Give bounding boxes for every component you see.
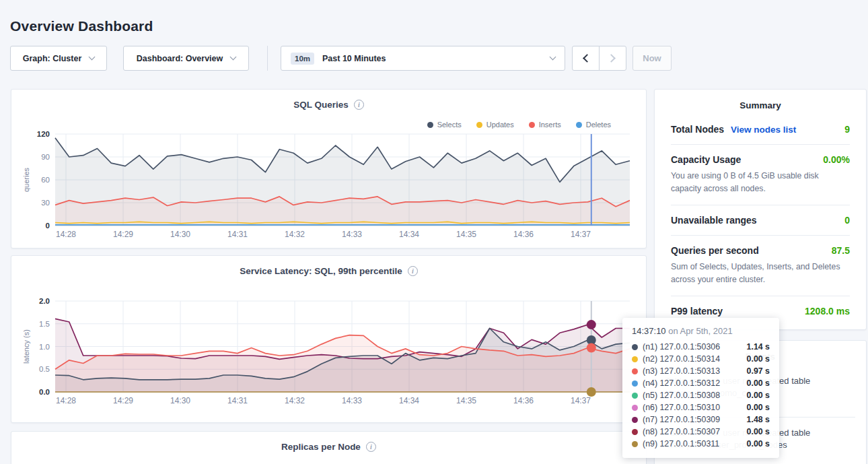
legend-dot-icon bbox=[476, 122, 482, 128]
svg-text:14:30: 14:30 bbox=[170, 230, 190, 239]
node-color-dot-icon bbox=[632, 393, 638, 399]
capacity-usage-value: 0.00% bbox=[823, 154, 850, 165]
tooltip-node-name: (n8) 127.0.0.1:50307 bbox=[643, 427, 720, 436]
tooltip-node-name: (n5) 127.0.0.1:50308 bbox=[643, 391, 720, 400]
p99-latency-value: 1208.0 ms bbox=[805, 306, 850, 317]
graph-dropdown[interactable]: Graph: Cluster bbox=[10, 46, 107, 71]
tooltip-node-value: 0.00 s bbox=[747, 427, 770, 436]
chevron-down-icon bbox=[89, 54, 96, 61]
legend-dot-icon bbox=[427, 122, 433, 128]
tooltip-node-name: (n6) 127.0.0.1:50310 bbox=[643, 403, 720, 412]
latency-chart-title: Service Latency: SQL, 99th percentile bbox=[240, 266, 402, 276]
legend-item[interactable]: Inserts bbox=[529, 121, 561, 129]
dashboard-dropdown-label: Dashboard: Overview bbox=[137, 54, 223, 63]
svg-text:0.5: 0.5 bbox=[39, 365, 50, 373]
tooltip-node-row: (n1) 127.0.0.1:503061.14 s bbox=[632, 341, 770, 353]
svg-text:latency (s): latency (s) bbox=[22, 329, 30, 364]
tooltip-node-row: (n8) 127.0.0.1:503070.00 s bbox=[632, 426, 770, 438]
svg-text:2.0: 2.0 bbox=[39, 297, 50, 305]
svg-text:60: 60 bbox=[41, 176, 50, 184]
divider bbox=[671, 205, 850, 205]
svg-text:14:36: 14:36 bbox=[513, 230, 534, 239]
capacity-usage-desc: You are using 0 B of 4.5 GiB usable disk… bbox=[671, 170, 850, 195]
view-nodes-list-link[interactable]: View nodes list bbox=[731, 125, 796, 135]
tooltip-node-row: (n9) 127.0.0.1:503110.00 s bbox=[632, 438, 770, 450]
svg-text:14:34: 14:34 bbox=[399, 396, 419, 405]
legend-item[interactable]: Updates bbox=[476, 121, 514, 129]
time-range-badge: 10m bbox=[291, 53, 314, 65]
tooltip-node-row: (n4) 127.0.0.1:503120.00 s bbox=[632, 377, 770, 389]
tooltip-node-row: (n5) 127.0.0.1:503080.00 s bbox=[632, 389, 770, 401]
time-prev-button[interactable] bbox=[572, 46, 600, 71]
divider bbox=[671, 235, 850, 236]
svg-text:14:32: 14:32 bbox=[285, 230, 305, 239]
tooltip-node-value: 0.00 s bbox=[747, 391, 770, 400]
svg-text:1.5: 1.5 bbox=[39, 320, 50, 328]
svg-text:14:33: 14:33 bbox=[342, 230, 362, 239]
svg-text:30: 30 bbox=[41, 199, 50, 207]
page-title: Overview Dashboard bbox=[10, 18, 153, 34]
svg-text:14:28: 14:28 bbox=[56, 396, 76, 405]
graph-dropdown-label: Graph: Cluster bbox=[23, 54, 82, 63]
time-range-dropdown[interactable]: 10m Past 10 Minutes bbox=[281, 46, 565, 71]
chevron-right-icon bbox=[607, 54, 616, 63]
node-color-dot-icon bbox=[632, 380, 638, 387]
tooltip-node-name: (n9) 127.0.0.1:50311 bbox=[643, 439, 719, 449]
qps-value: 87.5 bbox=[832, 245, 850, 256]
svg-text:14:28: 14:28 bbox=[56, 230, 76, 239]
tooltip-node-name: (n2) 127.0.0.1:50314 bbox=[643, 354, 720, 364]
svg-text:90: 90 bbox=[41, 153, 50, 161]
node-color-dot-icon bbox=[632, 344, 638, 350]
sql-queries-chart[interactable]: 14:2814:2914:3014:3114:3214:3314:3414:35… bbox=[11, 129, 643, 247]
chevron-down-icon bbox=[550, 54, 556, 61]
summary-panel: Summary Total Nodes View nodes list 9 Ca… bbox=[654, 89, 867, 330]
legend-label: Selects bbox=[437, 121, 462, 129]
node-color-dot-icon bbox=[632, 429, 638, 435]
svg-text:14:37: 14:37 bbox=[571, 396, 591, 405]
info-icon[interactable]: i bbox=[408, 266, 418, 276]
svg-text:14:35: 14:35 bbox=[456, 230, 476, 239]
svg-text:14:29: 14:29 bbox=[113, 396, 133, 405]
latency-chart[interactable]: 14:2814:2914:3014:3114:3214:3314:3414:35… bbox=[11, 297, 643, 413]
info-icon[interactable]: i bbox=[366, 442, 376, 452]
tooltip-timestamp: 14:37:10 on Apr 5th, 2021 bbox=[632, 326, 770, 336]
svg-text:14:37: 14:37 bbox=[571, 230, 591, 239]
svg-text:14:33: 14:33 bbox=[342, 396, 362, 405]
sql-queries-chart-title: SQL Queries bbox=[293, 100, 349, 110]
dashboard-dropdown[interactable]: Dashboard: Overview bbox=[123, 46, 249, 71]
tooltip-node-value: 0.97 s bbox=[747, 366, 770, 376]
p99-latency-label: P99 latency bbox=[671, 306, 723, 317]
node-color-dot-icon bbox=[632, 417, 638, 423]
info-icon[interactable]: i bbox=[354, 100, 364, 110]
tooltip-node-value: 1.14 s bbox=[747, 342, 770, 352]
tooltip-node-value: 0.00 s bbox=[747, 403, 770, 412]
legend-dot-icon bbox=[576, 122, 582, 128]
toolbar-divider bbox=[267, 46, 268, 71]
node-color-dot-icon bbox=[632, 368, 638, 374]
chevron-left-icon bbox=[583, 54, 591, 63]
svg-text:queries: queries bbox=[22, 167, 30, 192]
divider bbox=[671, 144, 850, 145]
tooltip-node-value: 0.00 s bbox=[747, 354, 770, 364]
legend-dot-icon bbox=[529, 122, 535, 128]
svg-text:14:29: 14:29 bbox=[113, 230, 133, 239]
tooltip-node-row: (n7) 127.0.0.1:503091.48 s bbox=[632, 413, 770, 426]
legend-item[interactable]: Selects bbox=[427, 121, 462, 129]
unavailable-ranges-label: Unavailable ranges bbox=[671, 215, 757, 226]
now-button[interactable]: Now bbox=[632, 46, 672, 71]
legend-item[interactable]: Deletes bbox=[576, 121, 611, 129]
legend-label: Inserts bbox=[539, 121, 561, 129]
tooltip-node-name: (n1) 127.0.0.1:50306 bbox=[643, 342, 720, 352]
svg-text:14:36: 14:36 bbox=[513, 396, 534, 405]
svg-text:14:31: 14:31 bbox=[227, 230, 248, 239]
node-color-dot-icon bbox=[632, 405, 638, 411]
chart-legend: SelectsUpdatesInsertsDeletes bbox=[427, 121, 611, 129]
capacity-usage-label: Capacity Usage bbox=[671, 154, 741, 165]
svg-text:14:31: 14:31 bbox=[227, 396, 248, 405]
time-next-button[interactable] bbox=[599, 46, 626, 71]
replicas-chart-title: Replicas per Node bbox=[281, 442, 361, 452]
divider bbox=[671, 296, 850, 296]
node-color-dot-icon bbox=[632, 356, 638, 362]
replicas-card: Replicas per Node i bbox=[11, 431, 647, 464]
chart-tooltip: 14:37:10 on Apr 5th, 2021 (n1) 127.0.0.1… bbox=[622, 318, 779, 458]
